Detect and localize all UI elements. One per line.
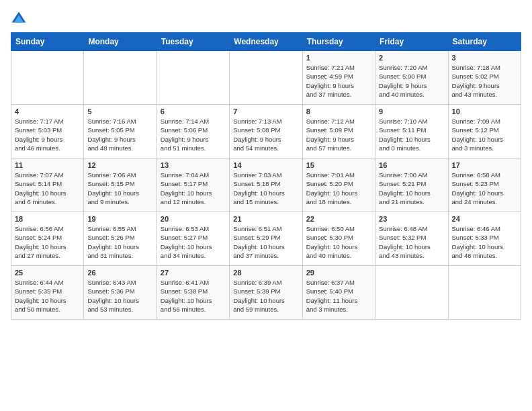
calendar-cell: 26Sunrise: 6:43 AM Sunset: 5:36 PM Dayli… xyxy=(84,266,157,320)
weekday-header-tuesday: Tuesday xyxy=(157,33,229,51)
calendar-cell: 1Sunrise: 7:21 AM Sunset: 4:59 PM Daylig… xyxy=(302,51,375,105)
day-number: 4 xyxy=(15,107,80,116)
day-info: Sunrise: 7:20 AM Sunset: 5:00 PM Dayligh… xyxy=(379,63,444,99)
calendar-cell xyxy=(11,51,84,105)
day-number: 18 xyxy=(15,215,80,223)
day-number: 10 xyxy=(452,107,517,116)
calendar-cell: 9Sunrise: 7:10 AM Sunset: 5:11 PM Daylig… xyxy=(375,105,448,158)
day-info: Sunrise: 7:06 AM Sunset: 5:15 PM Dayligh… xyxy=(87,171,152,206)
weekday-header-sunday: Sunday xyxy=(11,33,84,51)
day-info: Sunrise: 7:00 AM Sunset: 5:21 PM Dayligh… xyxy=(379,171,444,206)
calendar-cell xyxy=(230,51,302,105)
day-number: 19 xyxy=(87,215,152,223)
day-info: Sunrise: 7:09 AM Sunset: 5:12 PM Dayligh… xyxy=(452,117,517,152)
logo-icon xyxy=(11,11,27,27)
calendar-cell xyxy=(375,266,448,320)
calendar-cell: 13Sunrise: 7:04 AM Sunset: 5:17 PM Dayli… xyxy=(157,158,229,212)
day-info: Sunrise: 6:58 AM Sunset: 5:23 PM Dayligh… xyxy=(452,171,517,206)
day-info: Sunrise: 7:10 AM Sunset: 5:11 PM Dayligh… xyxy=(379,117,444,152)
calendar-cell: 14Sunrise: 7:03 AM Sunset: 5:18 PM Dayli… xyxy=(230,158,302,212)
weekday-header-row: SundayMondayTuesdayWednesdayThursdayFrid… xyxy=(11,33,521,51)
calendar-cell: 15Sunrise: 7:01 AM Sunset: 5:20 PM Dayli… xyxy=(302,158,375,212)
day-info: Sunrise: 7:21 AM Sunset: 4:59 PM Dayligh… xyxy=(306,63,371,99)
week-row-3: 18Sunrise: 6:56 AM Sunset: 5:24 PM Dayli… xyxy=(11,212,521,266)
day-info: Sunrise: 6:56 AM Sunset: 5:24 PM Dayligh… xyxy=(15,224,80,260)
day-number: 6 xyxy=(161,107,226,116)
day-info: Sunrise: 7:01 AM Sunset: 5:20 PM Dayligh… xyxy=(306,171,371,206)
day-number: 29 xyxy=(306,269,371,277)
day-info: Sunrise: 6:39 AM Sunset: 5:39 PM Dayligh… xyxy=(233,278,298,314)
day-info: Sunrise: 7:04 AM Sunset: 5:17 PM Dayligh… xyxy=(161,171,226,206)
calendar-cell: 4Sunrise: 7:17 AM Sunset: 5:03 PM Daylig… xyxy=(11,105,84,158)
calendar-cell xyxy=(84,51,157,105)
day-number: 7 xyxy=(233,107,298,116)
day-number: 23 xyxy=(379,215,444,223)
day-number: 20 xyxy=(161,215,226,223)
calendar-cell: 5Sunrise: 7:16 AM Sunset: 5:05 PM Daylig… xyxy=(84,105,157,158)
day-number: 27 xyxy=(161,269,226,277)
day-info: Sunrise: 7:13 AM Sunset: 5:08 PM Dayligh… xyxy=(233,117,298,152)
day-info: Sunrise: 6:48 AM Sunset: 5:32 PM Dayligh… xyxy=(379,224,444,260)
day-number: 13 xyxy=(161,161,226,169)
calendar-cell: 18Sunrise: 6:56 AM Sunset: 5:24 PM Dayli… xyxy=(11,212,84,266)
day-number: 21 xyxy=(233,215,298,223)
calendar-cell: 25Sunrise: 6:44 AM Sunset: 5:35 PM Dayli… xyxy=(11,266,84,320)
day-number: 28 xyxy=(233,269,298,277)
day-info: Sunrise: 6:41 AM Sunset: 5:38 PM Dayligh… xyxy=(161,278,226,314)
calendar-cell: 8Sunrise: 7:12 AM Sunset: 5:09 PM Daylig… xyxy=(302,105,375,158)
day-number: 9 xyxy=(379,107,444,116)
calendar-cell: 17Sunrise: 6:58 AM Sunset: 5:23 PM Dayli… xyxy=(448,158,521,212)
calendar-cell: 7Sunrise: 7:13 AM Sunset: 5:08 PM Daylig… xyxy=(230,105,302,158)
day-number: 26 xyxy=(87,269,152,277)
calendar-cell: 20Sunrise: 6:53 AM Sunset: 5:27 PM Dayli… xyxy=(157,212,229,266)
day-number: 11 xyxy=(15,161,80,169)
logo xyxy=(11,11,30,27)
weekday-header-friday: Friday xyxy=(375,33,448,51)
calendar-cell: 27Sunrise: 6:41 AM Sunset: 5:38 PM Dayli… xyxy=(157,266,229,320)
calendar-cell: 16Sunrise: 7:00 AM Sunset: 5:21 PM Dayli… xyxy=(375,158,448,212)
day-info: Sunrise: 7:03 AM Sunset: 5:18 PM Dayligh… xyxy=(233,171,298,206)
day-number: 5 xyxy=(87,107,152,116)
day-number: 16 xyxy=(379,161,444,169)
day-number: 22 xyxy=(306,215,371,223)
calendar-table: SundayMondayTuesdayWednesdayThursdayFrid… xyxy=(11,32,521,320)
weekday-header-thursday: Thursday xyxy=(302,33,375,51)
calendar-cell xyxy=(157,51,229,105)
day-info: Sunrise: 7:18 AM Sunset: 5:02 PM Dayligh… xyxy=(452,63,517,99)
calendar-cell: 6Sunrise: 7:14 AM Sunset: 5:06 PM Daylig… xyxy=(157,105,229,158)
day-info: Sunrise: 7:17 AM Sunset: 5:03 PM Dayligh… xyxy=(15,117,80,152)
calendar-cell xyxy=(448,266,521,320)
day-info: Sunrise: 6:55 AM Sunset: 5:26 PM Dayligh… xyxy=(87,224,152,260)
day-number: 17 xyxy=(452,161,517,169)
calendar-cell: 10Sunrise: 7:09 AM Sunset: 5:12 PM Dayli… xyxy=(448,105,521,158)
day-info: Sunrise: 6:51 AM Sunset: 5:29 PM Dayligh… xyxy=(233,224,298,260)
week-row-1: 4Sunrise: 7:17 AM Sunset: 5:03 PM Daylig… xyxy=(11,105,521,158)
calendar-cell: 24Sunrise: 6:46 AM Sunset: 5:33 PM Dayli… xyxy=(448,212,521,266)
day-number: 2 xyxy=(379,54,444,62)
weekday-header-wednesday: Wednesday xyxy=(230,33,302,51)
calendar-cell: 22Sunrise: 6:50 AM Sunset: 5:30 PM Dayli… xyxy=(302,212,375,266)
day-info: Sunrise: 6:37 AM Sunset: 5:40 PM Dayligh… xyxy=(306,278,371,314)
page-header xyxy=(11,11,521,27)
calendar-cell: 23Sunrise: 6:48 AM Sunset: 5:32 PM Dayli… xyxy=(375,212,448,266)
calendar-cell: 19Sunrise: 6:55 AM Sunset: 5:26 PM Dayli… xyxy=(84,212,157,266)
day-info: Sunrise: 6:44 AM Sunset: 5:35 PM Dayligh… xyxy=(15,278,80,314)
day-number: 3 xyxy=(452,54,517,62)
calendar-cell: 29Sunrise: 6:37 AM Sunset: 5:40 PM Dayli… xyxy=(302,266,375,320)
calendar-cell: 28Sunrise: 6:39 AM Sunset: 5:39 PM Dayli… xyxy=(230,266,302,320)
day-info: Sunrise: 7:07 AM Sunset: 5:14 PM Dayligh… xyxy=(15,171,80,206)
day-number: 15 xyxy=(306,161,371,169)
calendar-cell: 12Sunrise: 7:06 AM Sunset: 5:15 PM Dayli… xyxy=(84,158,157,212)
day-number: 25 xyxy=(15,269,80,277)
day-info: Sunrise: 7:12 AM Sunset: 5:09 PM Dayligh… xyxy=(306,117,371,152)
week-row-0: 1Sunrise: 7:21 AM Sunset: 4:59 PM Daylig… xyxy=(11,51,521,105)
day-number: 1 xyxy=(306,54,371,62)
calendar-cell: 21Sunrise: 6:51 AM Sunset: 5:29 PM Dayli… xyxy=(230,212,302,266)
day-number: 24 xyxy=(452,215,517,223)
week-row-2: 11Sunrise: 7:07 AM Sunset: 5:14 PM Dayli… xyxy=(11,158,521,212)
day-number: 14 xyxy=(233,161,298,169)
day-info: Sunrise: 6:43 AM Sunset: 5:36 PM Dayligh… xyxy=(87,278,152,314)
calendar-cell: 2Sunrise: 7:20 AM Sunset: 5:00 PM Daylig… xyxy=(375,51,448,105)
day-number: 8 xyxy=(306,107,371,116)
day-info: Sunrise: 6:46 AM Sunset: 5:33 PM Dayligh… xyxy=(452,224,517,260)
